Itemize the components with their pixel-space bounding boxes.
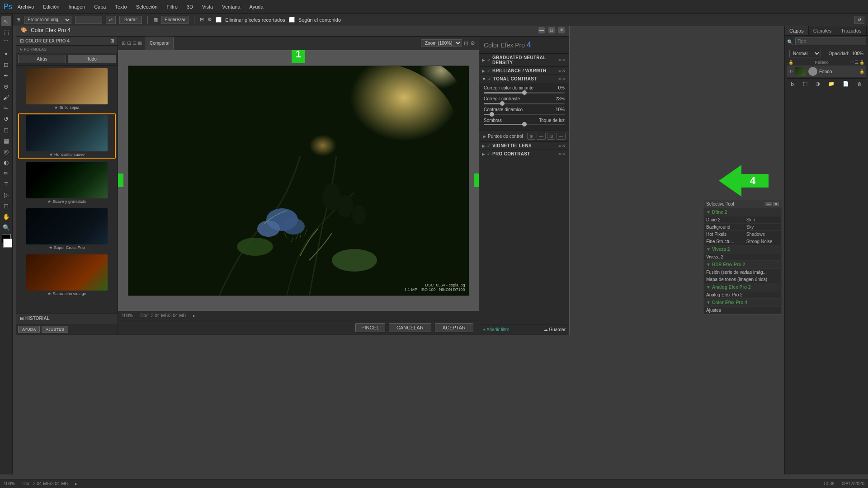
minimize-button[interactable]: —	[538, 27, 545, 33]
swap-button[interactable]: ⇌	[106, 16, 116, 24]
dodge-tool[interactable]: ◐	[1, 157, 11, 167]
menu-vista[interactable]: Vista	[200, 3, 215, 10]
path-select-tool[interactable]: ▷	[1, 190, 11, 200]
layer-group-button[interactable]: 📁	[828, 80, 835, 87]
menu-3d[interactable]: 3D	[185, 3, 195, 10]
dynamic-contrast-slider[interactable]	[484, 114, 565, 115]
ajustes-button[interactable]: AJUSTES	[42, 326, 68, 333]
size-input[interactable]	[75, 16, 102, 24]
eraser-tool[interactable]: ◻	[1, 125, 11, 135]
cp-remove-button[interactable]: —	[537, 133, 546, 140]
zoom-fit-icon[interactable]: ⊡	[464, 40, 468, 47]
gradient-tool[interactable]: ▦	[1, 136, 11, 145]
clear-button[interactable]: Borrar	[119, 16, 142, 24]
filter-procontrast-header[interactable]: ▶ ✓ PRO CONTRAST ≡ ✕	[479, 150, 569, 158]
tab-canales[interactable]: Canales	[809, 26, 836, 35]
blur-tool[interactable]: ◎	[1, 146, 11, 156]
sel-viveza-header[interactable]: ▼ Viveza 2	[703, 245, 782, 253]
menu-imagen[interactable]: Imagen	[66, 3, 87, 10]
crop-tool[interactable]: ⊡	[1, 60, 11, 70]
healing-tool[interactable]: ⊕	[1, 81, 11, 91]
cancelar-button[interactable]: CANCELAR	[389, 323, 431, 332]
close-button[interactable]: ✕	[558, 27, 565, 33]
layer-search[interactable]	[795, 38, 866, 45]
correct-contrast-thumb[interactable]	[500, 101, 505, 106]
tab-todo[interactable]: Todo	[68, 55, 116, 63]
formula-item-2[interactable]: ★ Suave y granulado	[18, 161, 116, 205]
menu-ayuda[interactable]: Ayuda	[248, 3, 265, 10]
layer-adjustment-button[interactable]: ◑	[815, 80, 821, 87]
shadows-slider[interactable]	[484, 124, 565, 125]
menu-ventana[interactable]: Ventana	[220, 3, 242, 10]
save-button[interactable]: ☁ Guardar	[543, 327, 566, 332]
correct-color-thumb[interactable]	[522, 90, 527, 95]
filter-graduated-header[interactable]: ▶ ✓ GRADUATED NEUTRAL DENSITY ≡ ✕	[479, 54, 569, 66]
correct-contrast-slider[interactable]	[484, 103, 565, 104]
aceptar-button[interactable]: ACEPTAR	[435, 323, 473, 332]
sel-hdr-header[interactable]: ▼ HDR Efex Pro 2	[703, 261, 782, 268]
add-filter-button[interactable]: + Añadir filtro	[483, 327, 509, 332]
clone-tool[interactable]: ✁	[1, 103, 11, 113]
filter-vignette-header[interactable]: ▶ ✓ VIGNETTE: LENS ≡ ✕	[479, 142, 569, 150]
move-tool[interactable]: ↖	[1, 16, 11, 26]
filter-ctrl-procontrast[interactable]: ≡ ✕	[557, 152, 566, 156]
maximize-button[interactable]: □	[548, 27, 555, 33]
zoom-tool[interactable]: 🔍	[1, 222, 11, 232]
formula-item-0[interactable]: ★ Brillo sepia	[18, 67, 116, 111]
dynamic-contrast-thumb[interactable]	[490, 112, 494, 117]
filter-ctrl-vignette[interactable]: ≡ ✕	[557, 144, 566, 148]
filter-ctrl-graduated[interactable]: ≡ ✕	[557, 58, 566, 62]
menu-archivo[interactable]: Archivo	[16, 3, 36, 10]
menu-seleccion[interactable]: Selección	[134, 3, 160, 10]
correct-color-slider[interactable]	[484, 92, 565, 94]
enderezar-button[interactable]: Enderezar	[161, 16, 189, 24]
zoom-select[interactable]: Zoom (100%)	[421, 39, 462, 47]
sel-dfine-header[interactable]: ▼ Dfine 2	[703, 208, 782, 216]
proportion-select[interactable]: Proporción orig...	[24, 16, 71, 24]
selection-tool[interactable]: ⬚	[1, 27, 11, 37]
menu-texto[interactable]: Texto	[113, 3, 128, 10]
magic-wand-tool[interactable]: ✦	[1, 49, 11, 59]
sel-analog-header[interactable]: ▼ Analog Efex Pro 2	[703, 283, 782, 291]
tab-trazados[interactable]: Trazados	[836, 26, 866, 35]
layer-mask-button[interactable]: ⬚	[802, 80, 808, 87]
tab-atras[interactable]: Atrás	[18, 55, 66, 63]
pixel-checkbox[interactable]	[216, 17, 222, 23]
layer-new-button[interactable]: 📄	[842, 80, 849, 87]
layer-eye-icon[interactable]: 👁	[788, 69, 793, 74]
lasso-tool[interactable]: ⌒	[1, 38, 11, 48]
brush-tool[interactable]: 🖌	[1, 92, 11, 102]
hand-tool[interactable]: ✋	[1, 211, 11, 221]
layer-item-fondo[interactable]: 👁 Fondo 🔒	[787, 66, 866, 77]
sel-colorefex-header[interactable]: ▼ Color Efex Pro 4	[703, 299, 782, 306]
eyedropper-tool[interactable]: ✒	[1, 70, 11, 80]
cp-settings-button[interactable]: ⊡	[547, 133, 555, 140]
status-expand[interactable]: ▸	[75, 481, 77, 486]
menu-capa[interactable]: Capa	[92, 3, 108, 10]
filter-ctrl-tonal[interactable]: ≡ ✕	[557, 77, 566, 81]
filter-tonal-header[interactable]: ▼ ✓ TONAL CONTRAST ≡ ✕	[479, 75, 569, 83]
rotate-button[interactable]: ↺	[854, 16, 864, 24]
layer-filter-icon[interactable]: 🔍	[787, 38, 794, 47]
background-color[interactable]	[3, 239, 12, 248]
formula-item-3[interactable]: ★ Super Cross Pop	[18, 207, 116, 251]
blend-mode-select[interactable]: Normal	[789, 50, 821, 57]
formula-item-1[interactable]: ★ Horizontal suave	[18, 113, 116, 159]
filter-ctrl-brilliance[interactable]: ≡ ✕	[557, 69, 566, 73]
content-checkbox[interactable]	[289, 17, 295, 23]
shape-tool[interactable]: ◻	[1, 201, 11, 211]
compare-button[interactable]: Comparar	[146, 37, 174, 50]
shadows-thumb[interactable]	[522, 122, 527, 127]
pincel-button[interactable]: PINCEL	[355, 323, 385, 332]
layer-style-button[interactable]: fx	[790, 80, 795, 87]
menu-edicion[interactable]: Edición	[41, 3, 61, 10]
history-tool[interactable]: ↺	[1, 114, 11, 124]
ayuda-button[interactable]: AYUDA	[18, 326, 40, 333]
text-tool[interactable]: T	[1, 179, 11, 189]
selective-close[interactable]: ✕	[773, 202, 779, 206]
pen-tool[interactable]: ✏	[1, 168, 11, 178]
tab-capas[interactable]: Capas	[785, 26, 809, 35]
cp-delete-button[interactable]: —	[557, 133, 566, 140]
canvas-scroll[interactable]: ▸	[193, 313, 195, 318]
layer-delete-button[interactable]: 🗑	[857, 80, 863, 87]
